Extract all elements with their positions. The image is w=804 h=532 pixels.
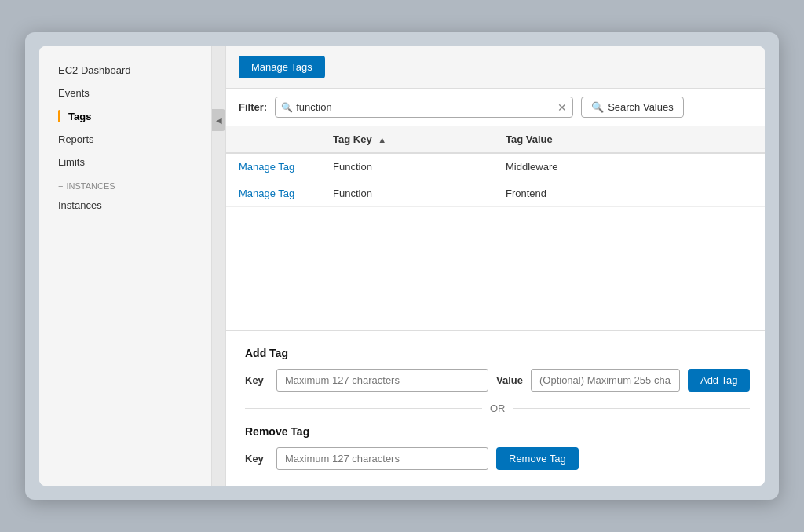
filter-input-wrapper: 🔍 ✕ <box>275 97 573 118</box>
sidebar-item-reports[interactable]: Reports <box>39 128 211 151</box>
remove-tag-button[interactable]: Remove Tag <box>496 447 579 470</box>
tags-table-wrapper: Tag Key ▲ Tag Value Manage Tag <box>226 126 765 330</box>
collapse-btn-wrapper[interactable]: ◀ <box>212 46 226 486</box>
sidebar-label-reports: Reports <box>58 133 94 145</box>
value-label: Value <box>496 374 523 386</box>
remove-tag-key-input[interactable] <box>276 447 488 470</box>
table-body: Manage Tag Function Middleware Manage Ta… <box>226 153 765 207</box>
minus-icon: − <box>58 181 63 191</box>
instances-section-header: − INSTANCES <box>39 173 211 194</box>
filter-label: Filter: <box>239 101 267 113</box>
row-0-action: Manage Tag <box>226 153 320 180</box>
search-values-label: Search Values <box>608 101 674 113</box>
sidebar-item-limits[interactable]: Limits <box>39 151 211 173</box>
table-row: Manage Tag Function Middleware <box>226 153 765 180</box>
bottom-panel: Add Tag Key Value Add Tag OR Remove Tag … <box>226 330 765 486</box>
sidebar-label-limits: Limits <box>58 156 85 168</box>
row-1-value: Frontend <box>493 180 765 207</box>
search-values-button[interactable]: 🔍 Search Values <box>581 97 684 118</box>
instances-section-label: INSTANCES <box>66 181 115 191</box>
add-tag-title: Add Tag <box>245 347 750 359</box>
manage-tag-link-0[interactable]: Manage Tag <box>239 161 294 173</box>
sidebar-item-instances[interactable]: Instances <box>39 194 211 217</box>
col-header-value: Tag Value <box>493 126 765 153</box>
sidebar-label-tags: Tags <box>68 111 91 122</box>
main-content: Manage Tags Filter: 🔍 ✕ 🔍 Search Values <box>226 46 765 486</box>
sidebar-item-events[interactable]: Events <box>39 82 211 104</box>
row-1-action: Manage Tag <box>226 180 320 207</box>
manage-tag-link-1[interactable]: Manage Tag <box>239 188 294 199</box>
remove-key-label: Key <box>245 453 269 465</box>
row-1-key: Function <box>320 180 493 207</box>
search-icon: 🔍 <box>281 102 293 113</box>
key-label: Key <box>245 374 269 386</box>
table-row: Manage Tag Function Frontend <box>226 180 765 207</box>
col-header-action <box>226 126 320 153</box>
app-window: EC2 Dashboard Events Tags Reports Limits… <box>25 32 779 500</box>
remove-tag-title: Remove Tag <box>245 425 750 438</box>
sidebar-label-instances: Instances <box>58 199 102 211</box>
filter-row: Filter: 🔍 ✕ 🔍 Search Values <box>226 89 765 126</box>
sidebar: EC2 Dashboard Events Tags Reports Limits… <box>39 46 212 486</box>
or-divider: OR <box>245 403 750 414</box>
search-values-icon: 🔍 <box>591 101 604 113</box>
add-tag-value-input[interactable] <box>531 369 680 392</box>
filter-input[interactable] <box>275 97 573 118</box>
row-0-value: Middleware <box>493 153 765 180</box>
top-panel: Manage Tags <box>226 46 765 89</box>
add-tag-row: Key Value Add Tag <box>245 369 750 392</box>
sort-arrow-icon: ▲ <box>378 135 386 144</box>
collapse-button[interactable]: ◀ <box>212 109 225 131</box>
tags-table: Tag Key ▲ Tag Value Manage Tag <box>226 126 765 207</box>
clear-filter-button[interactable]: ✕ <box>557 102 567 113</box>
row-0-key: Function <box>320 153 493 180</box>
manage-tags-button[interactable]: Manage Tags <box>239 56 325 78</box>
sidebar-label-events: Events <box>58 87 90 99</box>
add-tag-key-input[interactable] <box>276 369 488 392</box>
sidebar-item-ec2-dashboard[interactable]: EC2 Dashboard <box>39 59 211 82</box>
sidebar-label-ec2: EC2 Dashboard <box>58 64 131 76</box>
sidebar-item-tags[interactable]: Tags <box>39 104 211 128</box>
add-tag-button[interactable]: Add Tag <box>688 369 750 392</box>
col-header-key[interactable]: Tag Key ▲ <box>320 126 493 153</box>
remove-tag-row: Key Remove Tag <box>245 447 750 470</box>
table-header: Tag Key ▲ Tag Value <box>226 126 765 153</box>
main-window: EC2 Dashboard Events Tags Reports Limits… <box>39 46 765 486</box>
active-indicator <box>58 110 60 122</box>
